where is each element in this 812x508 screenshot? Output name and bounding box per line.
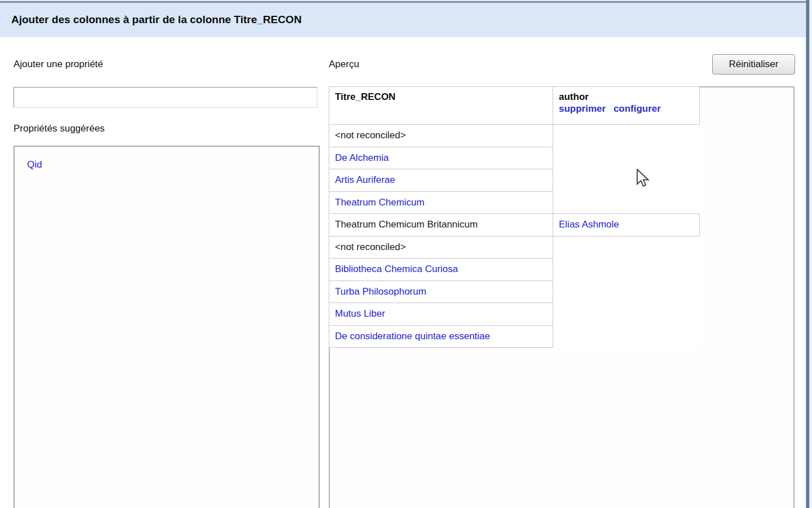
table-row: Theatrum Chemicum Britannicum Elias Ashm…	[329, 214, 700, 237]
preview-cell-author	[553, 125, 700, 147]
preview-cell-titre: Theatrum Chemicum Britannicum	[329, 214, 553, 237]
preview-cell-author	[553, 303, 700, 326]
suggested-properties-label: Propriétés suggérées	[14, 123, 105, 134]
table-row: Bibliotheca Chemica Curiosa	[329, 259, 700, 281]
preview-cell-titre[interactable]: Bibliotheca Chemica Curiosa	[329, 259, 553, 281]
preview-cell-titre: <not reconciled>	[329, 236, 553, 259]
preview-cell-author	[553, 325, 700, 348]
table-row: <not reconciled>	[329, 236, 700, 259]
preview-cell-titre[interactable]: De Alchemia	[329, 147, 553, 169]
preview-cell-titre[interactable]: Mutus Liber	[329, 303, 553, 326]
column-name: author	[559, 91, 694, 103]
dialog-titlebar: Ajouter des colonnes à partir de la colo…	[0, 3, 806, 37]
suggested-property-qid[interactable]: Qid	[27, 159, 319, 170]
remove-column-link[interactable]: supprimer	[559, 103, 606, 114]
preview-panel: Titre_RECON author supprimer configurer …	[329, 86, 795, 508]
table-row: De Alchemia	[329, 147, 700, 169]
table-row: <not reconciled>	[329, 125, 700, 147]
preview-cell-author	[553, 169, 700, 192]
preview-cell-author	[553, 191, 700, 214]
column-header-titre-recon: Titre_RECON	[329, 87, 553, 125]
preview-table: Titre_RECON author supprimer configurer …	[329, 86, 700, 348]
dialog-title: Ajouter des colonnes à partir de la colo…	[0, 3, 806, 37]
configure-column-link[interactable]: configurer	[614, 103, 661, 114]
preview-cell-author	[553, 281, 700, 303]
preview-cell-titre[interactable]: Artis Auriferae	[329, 169, 553, 192]
window-right-border	[806, 0, 812, 508]
preview-cell-titre[interactable]: Theatrum Chemicum	[329, 191, 553, 214]
preview-cell-author	[553, 147, 700, 169]
table-row: Artis Auriferae	[329, 169, 700, 192]
preview-cell-author	[553, 236, 700, 259]
preview-label: Aperçu	[329, 59, 359, 70]
table-header-row: Titre_RECON author supprimer configurer	[329, 87, 700, 125]
table-row: De consideratione quintae essentiae	[329, 325, 700, 348]
preview-cell-titre: <not reconciled>	[329, 125, 553, 147]
column-header-author: author supprimer configurer	[553, 87, 700, 125]
preview-cell-author	[553, 259, 700, 281]
preview-cell-titre[interactable]: De consideratione quintae essentiae	[329, 325, 553, 348]
add-property-label: Ajouter une propriété	[14, 59, 103, 70]
table-row: Mutus Liber	[329, 303, 700, 326]
column-name: Titre_RECON	[335, 91, 395, 102]
table-row: Theatrum Chemicum	[329, 191, 700, 214]
dialog-add-columns: Ajouter des colonnes à partir de la colo…	[0, 0, 812, 508]
property-search-input[interactable]	[14, 87, 317, 108]
table-row: Turba Philosophorum	[329, 281, 700, 303]
reset-button[interactable]: Réinitialiser	[712, 54, 795, 75]
suggested-properties-list: Qid	[14, 146, 320, 508]
preview-cell-titre[interactable]: Turba Philosophorum	[329, 281, 553, 303]
preview-cell-author[interactable]: Elias Ashmole	[553, 214, 700, 237]
